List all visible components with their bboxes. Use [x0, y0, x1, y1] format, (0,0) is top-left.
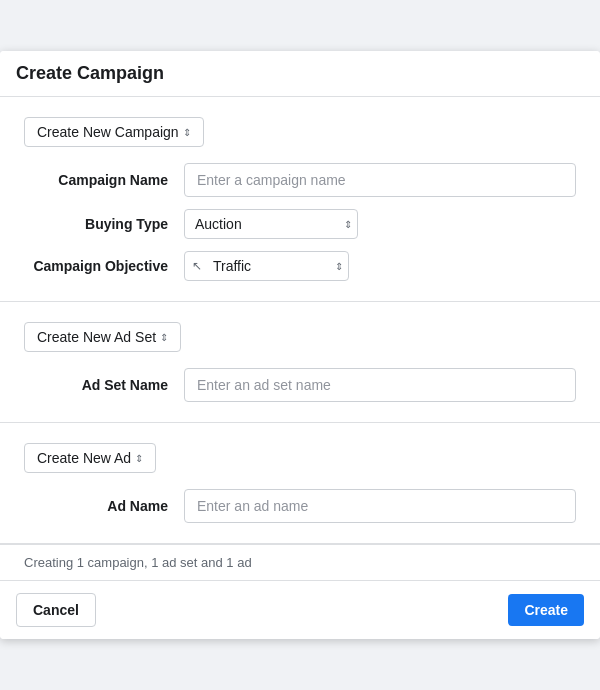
campaign-objective-row: Campaign Objective ↖ Traffic Conversions…: [24, 251, 576, 281]
buying-type-label: Buying Type: [24, 216, 184, 232]
buying-type-row: Buying Type Auction Reach and Frequency: [24, 209, 576, 239]
ad-name-label: Ad Name: [24, 498, 184, 514]
ad-set-name-input[interactable]: [184, 368, 576, 402]
create-new-ad-label: Create New Ad: [37, 450, 131, 466]
campaign-objective-label: Campaign Objective: [24, 258, 184, 274]
create-new-ad-set-arrow: ⇕: [160, 332, 168, 343]
ad-set-section: Create New Ad Set ⇕ Ad Set Name: [0, 302, 600, 423]
create-button[interactable]: Create: [508, 594, 584, 626]
create-new-ad-set-label: Create New Ad Set: [37, 329, 156, 345]
campaign-name-row: Campaign Name: [24, 163, 576, 197]
campaign-name-input[interactable]: [184, 163, 576, 197]
campaign-section: Create New Campaign ⇕ Campaign Name Buyi…: [0, 97, 600, 302]
create-new-ad-arrow: ⇕: [135, 453, 143, 464]
status-text: Creating 1 campaign, 1 ad set and 1 ad: [0, 544, 600, 580]
ad-set-name-label: Ad Set Name: [24, 377, 184, 393]
dialog-header: Create Campaign: [0, 51, 600, 97]
ad-set-name-row: Ad Set Name: [24, 368, 576, 402]
create-campaign-dialog: Create Campaign Create New Campaign ⇕ Ca…: [0, 51, 600, 639]
create-new-campaign-label: Create New Campaign: [37, 124, 179, 140]
cancel-button[interactable]: Cancel: [16, 593, 96, 627]
dialog-title: Create Campaign: [16, 63, 584, 84]
ad-name-input[interactable]: [184, 489, 576, 523]
create-new-ad-set-button[interactable]: Create New Ad Set ⇕: [24, 322, 181, 352]
campaign-objective-select[interactable]: Traffic Conversions Brand Awareness Reac…: [184, 251, 349, 281]
ad-name-row: Ad Name: [24, 489, 576, 523]
ad-section: Create New Ad ⇕ Ad Name: [0, 423, 600, 544]
campaign-name-label: Campaign Name: [24, 172, 184, 188]
buying-type-wrapper: Auction Reach and Frequency: [184, 209, 358, 239]
create-new-campaign-button[interactable]: Create New Campaign ⇕: [24, 117, 204, 147]
create-new-campaign-arrow: ⇕: [183, 127, 191, 138]
create-new-ad-button[interactable]: Create New Ad ⇕: [24, 443, 156, 473]
dialog-footer: Cancel Create: [0, 580, 600, 639]
buying-type-select[interactable]: Auction Reach and Frequency: [184, 209, 358, 239]
campaign-objective-wrapper: ↖ Traffic Conversions Brand Awareness Re…: [184, 251, 349, 281]
